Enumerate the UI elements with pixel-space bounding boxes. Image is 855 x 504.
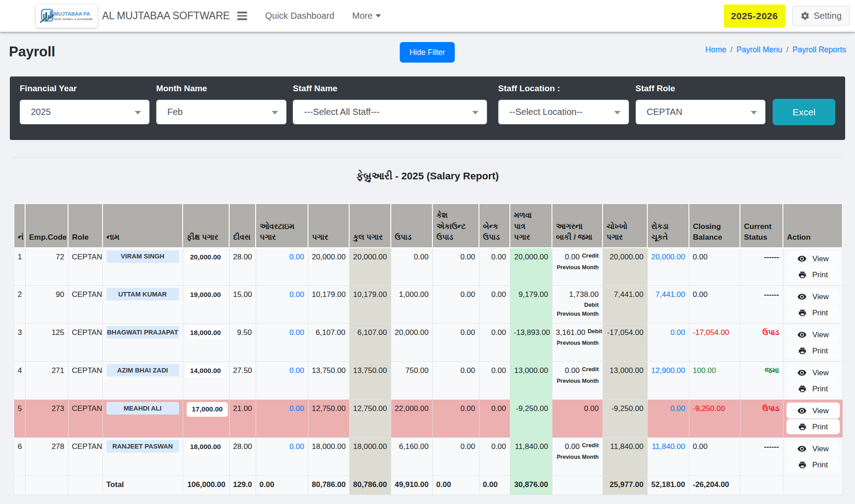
cell-closing-balance: 0.00 [689,438,740,476]
print-button[interactable]: Print [787,419,840,434]
cell-role: CEPTAN [68,324,103,362]
cell-previous-balance: 1,738.00DebitPrevious Month [552,286,603,324]
col-header-payable-salary: મળવા પાત્ર પગાર [510,203,552,248]
cell-total-pay: 12,750.00 [349,400,391,438]
col-header-overtime-pay: ઓવરટાઇમ પગાર [256,203,308,248]
staff-role-select[interactable]: CEPTAN [636,100,766,124]
svg-text:MUJTABAA PA: MUJTABAA PA [54,11,90,16]
month-select[interactable]: Feb [156,100,287,124]
nav-quick-dashboard[interactable]: Quick Dashboard [265,11,334,21]
cell-emp-code: 90 [25,286,68,324]
cell-payable-salary: 11,840.00 [510,438,552,476]
cell-closing-balance: -9,250.00 [689,400,740,438]
printer-icon [798,461,807,469]
print-button[interactable]: Print [787,343,840,358]
filter-staff-name: Staff Name ---Select All Staff--- [293,84,487,124]
cell-days: 15.00 [229,286,256,324]
view-button[interactable]: View [787,251,840,267]
cell-overtime-pay: 0.00 [256,248,308,286]
col-header-withdraw: ઉપાડ [391,203,432,248]
cell-bank-withdraw: 0.00 [479,400,510,438]
cell-current-status: ઉપાડ [740,400,783,438]
cell-no: 5 [14,400,25,438]
cell-name: BHAGWATI PRAJAPAT [103,324,183,362]
eye-icon [797,368,807,377]
month-value: Feb [167,107,183,117]
cell-withdraw: 0.00 [391,248,432,286]
page-title: Payroll [9,44,55,60]
cell-role: CEPTAN [68,286,103,324]
view-button[interactable]: View [787,326,840,343]
cell-cash-paid: 0.00 [647,400,689,438]
cell-payable-salary: 9,179.00 [510,286,552,324]
view-button[interactable]: View [787,288,840,305]
credit-debit-tag: Credit [582,252,599,259]
hide-filter-button[interactable]: Hide Filter [400,42,455,63]
cell-role: CEPTAN [68,248,103,286]
print-button[interactable]: Print [787,305,840,320]
cell-withdraw: 22,000.00 [391,400,432,438]
cell-overtime-pay: 0.00 [256,400,308,438]
gear-icon [800,11,810,21]
previous-balance-value: 0.00 [565,442,580,451]
eye-icon [797,254,807,263]
view-button[interactable]: View [787,364,840,381]
cell-closing-balance: 0.00 [689,248,740,286]
cell-overtime-pay: 0.00 [256,286,308,324]
nav-more-dropdown[interactable]: More [352,11,381,21]
financial-year-select[interactable]: 2025 [20,100,150,124]
staff-name-value: ---Select All Staff--- [304,107,380,117]
view-button[interactable]: View [787,402,840,419]
table-header: નં Emp.Code Role નામ ફીક્ષ પગાર દીવસ ઓવર… [14,203,842,248]
cell-closing-balance: 100.00 [689,362,740,400]
hamburger-bar [237,15,247,17]
previous-balance-value: 0.00 [584,404,598,413]
cell-action: View Print [783,248,842,286]
hamburger-icon[interactable] [237,12,247,20]
cell-cash-account-withdraw: 0.00 [432,362,479,400]
view-label: View [812,368,829,378]
cell-total-pay: 18,000.00 [349,438,391,476]
excel-export-button[interactable]: Excel [773,99,835,125]
view-button[interactable]: View [787,440,840,457]
logo[interactable]: MUJTABAA PA HOTEL PAYROLL & ACCOUNTING [36,4,98,28]
cell-payable-salary: 20,000.00 [510,248,552,286]
cell-role: CEPTAN [68,362,103,400]
setting-button[interactable]: Setting [792,6,850,26]
fixed-pay-chip: 17,000.00 [187,402,228,417]
cell-bank-withdraw: 0.00 [479,324,510,362]
cell-bank-withdraw: 0.00 [479,286,510,324]
cell-fixed-pay: 18,000.00 [183,438,229,476]
total-days: 129.0 [229,476,256,495]
previous-month-note: Previous Month [556,377,599,385]
filter-panel: Financial Year 2025 Month Name Feb Staff… [10,76,845,140]
financial-year-label: Financial Year [20,84,150,93]
cell-withdraw: 6,160.00 [391,438,432,476]
previous-balance-value: 3,161.00 [556,328,586,337]
credit-debit-tag: Credit [582,442,599,449]
print-label: Print [812,422,828,432]
staff-name-select[interactable]: ---Select All Staff--- [293,100,487,124]
cell-days: 27.50 [229,362,256,400]
cell-cash-account-withdraw: 0.00 [432,248,479,286]
staff-location-select[interactable]: --Select Location-- [498,100,629,124]
print-button[interactable]: Print [787,381,840,396]
printer-icon [798,271,807,279]
print-button[interactable]: Print [787,457,840,472]
breadcrumb-payroll-reports[interactable]: Payroll Reports [792,45,846,54]
cell-salary: 18,000.00 [308,438,349,476]
col-header-previous-balance: આગરના બાકી / જમા [552,203,603,248]
breadcrumb-payroll-menu[interactable]: Payroll Menu [736,45,782,54]
cell-net-salary: -9,250.00 [603,400,647,438]
print-button[interactable]: Print [787,267,840,283]
col-header-emp-code: Emp.Code [25,203,68,248]
cell-fixed-pay: 14,000.00 [183,362,229,400]
cell-closing-balance: 0.00 [689,286,740,324]
cell-emp-code: 278 [25,438,68,476]
cell-fixed-pay: 18,000.00 [183,324,229,362]
cell-days: 28.00 [229,248,256,286]
breadcrumb-home[interactable]: Home [705,45,727,54]
cell-current-status: જમા [740,362,783,400]
printer-icon [798,309,807,317]
print-label: Print [812,308,828,318]
